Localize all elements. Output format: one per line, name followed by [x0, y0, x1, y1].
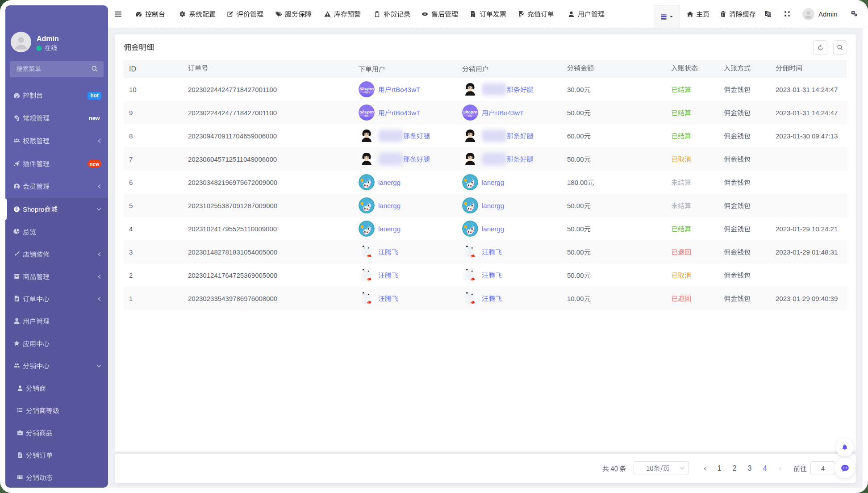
svg-text:· B2C ·: · B2C ·: [363, 115, 370, 117]
svg-text:· B2C ·: · B2C ·: [363, 92, 370, 94]
svg-text:· B2C ·: · B2C ·: [467, 115, 474, 117]
